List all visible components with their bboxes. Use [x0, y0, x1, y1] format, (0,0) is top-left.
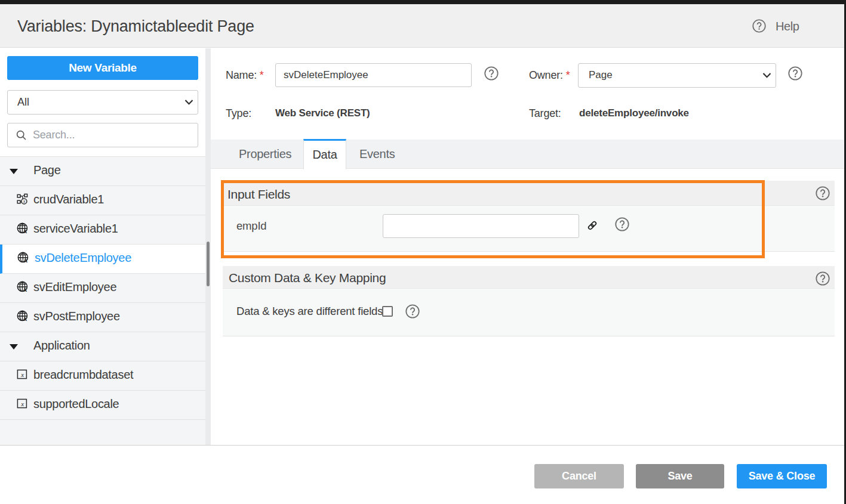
svg-text:x: x — [23, 286, 27, 293]
svg-text:x: x — [23, 315, 27, 322]
svg-text:x: x — [23, 198, 26, 204]
svg-text:x: x — [23, 227, 27, 234]
svg-text:x: x — [20, 371, 24, 378]
svg-text:x: x — [23, 256, 27, 264]
svg-text:x: x — [20, 400, 24, 407]
